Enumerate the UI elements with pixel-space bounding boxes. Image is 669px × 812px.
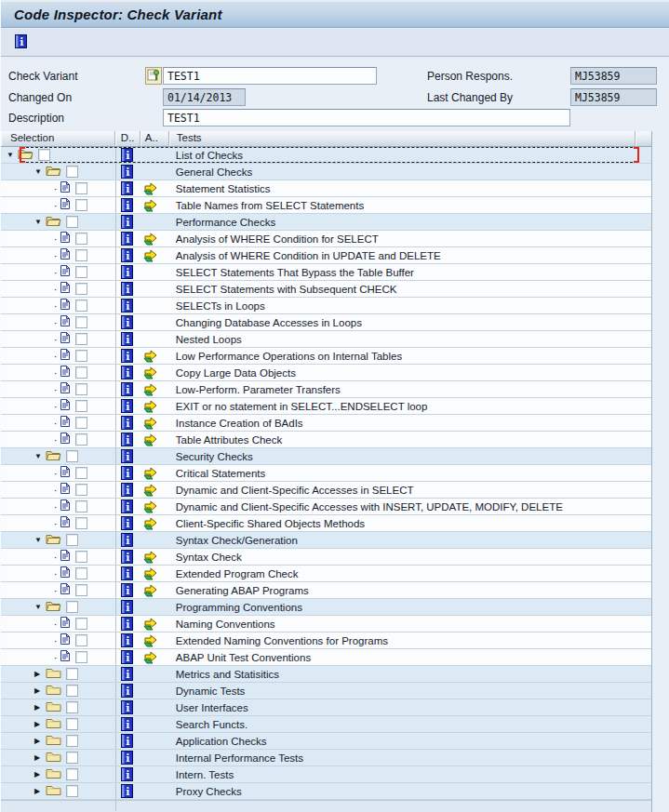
info-icon[interactable]: i [121, 265, 133, 279]
attribute-arrow-icon[interactable] [143, 182, 158, 195]
test-name-label[interactable]: Table Names from SELECT Statements [176, 200, 364, 211]
check-select-checkbox[interactable] [75, 484, 87, 496]
info-icon[interactable]: i [121, 751, 133, 765]
check-select-checkbox[interactable] [75, 517, 87, 529]
attribute-arrow-icon[interactable] [143, 618, 158, 631]
collapse-expander-icon[interactable]: ▼ [34, 452, 46, 460]
collapse-expander-icon[interactable]: ▼ [34, 536, 46, 544]
check-select-checkbox[interactable] [75, 584, 87, 596]
check-select-checkbox[interactable] [66, 668, 78, 680]
attribute-arrow-icon[interactable] [143, 400, 158, 413]
test-name-label[interactable]: SELECTs in Loops [176, 300, 265, 312]
check-select-checkbox[interactable] [75, 417, 87, 429]
info-icon[interactable]: i [121, 734, 133, 748]
info-icon[interactable]: i [121, 499, 133, 513]
test-name-label[interactable]: Instance Creation of BAdIs [176, 418, 303, 429]
check-select-checkbox[interactable] [75, 433, 87, 446]
info-icon[interactable]: i [121, 566, 133, 580]
check-select-checkbox[interactable] [75, 634, 87, 646]
test-name-label[interactable]: SELECT Statements That Bypass the Table … [176, 267, 414, 278]
changed-on-field[interactable] [163, 88, 246, 106]
description-input[interactable] [163, 109, 570, 126]
check-select-checkbox[interactable] [66, 450, 78, 462]
column-header-selection[interactable]: Selection [1, 131, 115, 146]
info-icon[interactable]: i [121, 416, 133, 430]
info-icon[interactable]: i [121, 667, 133, 681]
expand-expander-icon[interactable]: ▶ [34, 686, 46, 695]
test-name-label[interactable]: Search Functs. [176, 719, 248, 730]
expand-expander-icon[interactable]: ▶ [34, 737, 46, 745]
check-select-checkbox[interactable] [75, 400, 87, 412]
info-icon[interactable]: i [121, 633, 133, 647]
check-select-checkbox[interactable] [66, 752, 78, 764]
check-variant-input[interactable] [163, 67, 377, 85]
test-name-label[interactable]: List of Checks [176, 150, 243, 161]
expand-expander-icon[interactable]: ▶ [34, 703, 46, 712]
test-name-label[interactable]: Extended Program Check [176, 568, 299, 579]
check-select-checkbox[interactable] [75, 500, 87, 512]
check-select-checkbox[interactable] [75, 618, 87, 630]
test-name-label[interactable]: Proxy Checks [176, 786, 242, 797]
attribute-arrow-icon[interactable] [143, 233, 158, 246]
test-name-label[interactable]: Application Checks [176, 736, 267, 747]
test-name-label[interactable]: Low Performance Operations on Internal T… [176, 351, 402, 362]
expand-expander-icon[interactable]: ▶ [34, 753, 46, 762]
check-select-checkbox[interactable] [75, 300, 87, 312]
column-header-a[interactable]: A.. [140, 131, 169, 146]
test-name-label[interactable]: Analysis of WHERE Condition in UPDATE an… [176, 250, 441, 261]
test-name-label[interactable]: Low-Perform. Parameter Transfers [176, 384, 341, 395]
test-name-label[interactable]: Dynamic and Client-Specific Accesses wit… [176, 501, 563, 512]
info-icon[interactable]: i [121, 315, 133, 329]
test-name-label[interactable]: ABAP Unit Test Conventions [176, 652, 311, 663]
attribute-arrow-icon[interactable] [143, 500, 158, 513]
test-name-label[interactable]: User Interfaces [176, 702, 248, 713]
attribute-arrow-icon[interactable] [143, 366, 158, 379]
info-icon[interactable]: i [121, 232, 133, 246]
collapse-expander-icon[interactable]: ▼ [7, 151, 18, 159]
check-select-checkbox[interactable] [75, 233, 87, 245]
info-icon[interactable]: i [121, 181, 133, 195]
test-name-label[interactable]: Syntax Check/Generation [176, 535, 298, 546]
check-select-checkbox[interactable] [75, 333, 87, 345]
info-icon[interactable]: i [121, 349, 133, 363]
info-icon[interactable]: i [121, 684, 133, 698]
info-icon[interactable]: i [121, 617, 133, 631]
attribute-arrow-icon[interactable] [143, 249, 158, 262]
attribute-arrow-icon[interactable] [143, 634, 158, 647]
test-name-label[interactable]: Nested Loops [176, 334, 242, 345]
info-icon[interactable]: i [15, 34, 27, 48]
expand-expander-icon[interactable]: ▶ [34, 670, 46, 678]
check-select-checkbox[interactable] [75, 249, 87, 261]
info-icon[interactable]: i [121, 700, 133, 714]
info-icon[interactable]: i [121, 600, 133, 614]
check-select-checkbox[interactable] [75, 350, 87, 362]
test-name-label[interactable]: Critical Statements [176, 468, 266, 479]
check-select-checkbox[interactable] [66, 718, 78, 730]
check-select-checkbox[interactable] [75, 182, 87, 194]
info-button[interactable]: i [13, 34, 29, 51]
test-name-label[interactable]: Naming Conventions [176, 619, 275, 630]
check-select-checkbox[interactable] [66, 785, 78, 797]
column-header-d[interactable]: D.. [115, 131, 140, 146]
attribute-arrow-icon[interactable] [143, 584, 158, 597]
check-select-checkbox[interactable] [66, 166, 78, 178]
check-select-checkbox[interactable] [66, 534, 78, 546]
expand-expander-icon[interactable]: ▶ [34, 787, 46, 795]
collapse-expander-icon[interactable]: ▼ [34, 218, 46, 226]
test-name-label[interactable]: Programming Conventions [176, 602, 302, 613]
attribute-arrow-icon[interactable] [143, 467, 158, 480]
attribute-arrow-icon[interactable] [143, 517, 158, 530]
check-select-checkbox[interactable] [75, 316, 87, 328]
check-select-checkbox[interactable] [66, 601, 78, 613]
last-changed-by-field[interactable] [570, 88, 657, 106]
info-icon[interactable]: i [121, 533, 133, 547]
info-icon[interactable]: i [121, 366, 133, 379]
check-select-checkbox[interactable] [66, 216, 78, 228]
display-change-button[interactable] [145, 67, 162, 85]
check-select-checkbox[interactable] [75, 467, 87, 479]
info-icon[interactable]: i [121, 433, 133, 446]
info-icon[interactable]: i [121, 282, 133, 296]
info-icon[interactable]: i [121, 583, 133, 597]
check-select-checkbox[interactable] [66, 701, 78, 713]
attribute-arrow-icon[interactable] [143, 433, 158, 446]
